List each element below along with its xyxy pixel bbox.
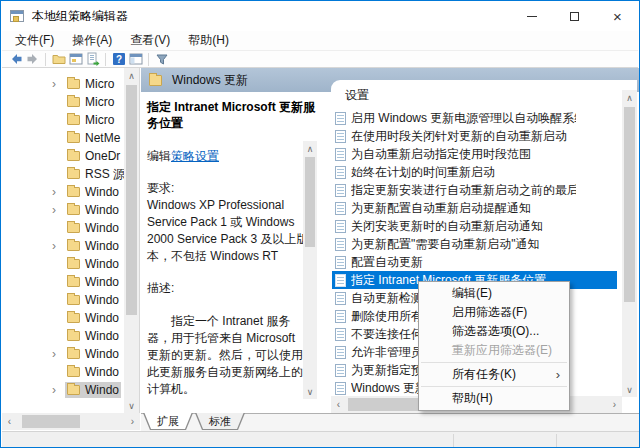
policy-list-item[interactable]: 为自动重新启动指定使用时段范围 (332, 145, 618, 163)
scroll-left-icon[interactable]: ‹ (2, 413, 17, 430)
edit-policy-setting-link[interactable]: 策略设置 (171, 149, 219, 163)
chevron-right-icon[interactable]: › (52, 79, 65, 89)
tree-item[interactable]: Windo (2, 219, 124, 237)
policy-list-item[interactable]: 为更新配置"需要自动重新启动"通知 (332, 235, 618, 253)
console-tree-panel: ›MicroMicroMicroNetMeOneDrRSS 源›Windo›Wi… (2, 68, 140, 413)
context-menu-item[interactable]: 帮助(H) (419, 389, 569, 408)
menu-item-3[interactable]: 帮助(H) (179, 30, 238, 51)
tree-item[interactable]: Windo (2, 309, 124, 327)
description-vertical-scrollbar[interactable]: ∧ ∨ (303, 141, 317, 399)
scroll-up-icon[interactable]: ∧ (303, 141, 317, 156)
status-separator (453, 434, 454, 447)
back-icon[interactable] (7, 52, 24, 67)
help-icon[interactable]: ? (110, 52, 127, 67)
chevron-right-icon[interactable]: › (52, 205, 65, 215)
chevron-right-icon[interactable]: › (52, 241, 65, 251)
tree-item[interactable]: Windo (2, 363, 124, 381)
folder-icon (67, 97, 80, 107)
tree-item-content: Windo (65, 382, 121, 398)
tree-item[interactable]: ›Windo (2, 381, 124, 399)
maximize-button[interactable] (553, 1, 596, 31)
context-menu-item[interactable]: 筛选器选项(O)... (419, 322, 569, 341)
menu-item-2[interactable]: 查看(V) (121, 30, 179, 51)
tree-item[interactable]: Windo (2, 273, 124, 291)
scroll-up-icon[interactable]: ∧ (124, 68, 139, 83)
show-hide-console-tree-icon[interactable] (127, 52, 144, 67)
scroll-down-icon[interactable]: ∨ (622, 382, 637, 397)
tree-item[interactable]: ›Windo (2, 237, 124, 255)
scrollbar-thumb[interactable] (126, 85, 137, 315)
scroll-down-icon[interactable]: ∨ (303, 384, 317, 399)
view-tab-strip: 扩展标准 (141, 413, 640, 431)
tree-item[interactable]: Micro (2, 93, 124, 111)
scrollbar-thumb[interactable] (22, 415, 80, 428)
policy-item-label: 在使用时段关闭针对更新的自动重新启动 (351, 128, 567, 145)
folder-icon (67, 205, 80, 215)
tree-horizontal-scrollbar[interactable]: ‹ › (2, 413, 140, 430)
minimize-button[interactable] (510, 1, 553, 31)
tree-item-label: Windo (85, 275, 119, 289)
scroll-up-icon[interactable]: ∧ (622, 90, 637, 105)
context-menu-item[interactable]: 启用筛选器(F) (419, 303, 569, 322)
forward-icon[interactable] (24, 52, 41, 67)
folder-icon (67, 151, 80, 161)
tree-item[interactable]: Micro (2, 111, 124, 129)
settings-vertical-scrollbar[interactable]: ∧ ∨ (622, 90, 637, 397)
tree-item-content: Windo (65, 220, 121, 236)
policy-list-item[interactable]: 指定更新安装进行自动重新启动之前的最后期限 (332, 181, 618, 199)
tree-item-label: Windo (85, 221, 119, 235)
folder-up-icon[interactable] (50, 52, 67, 67)
chevron-right-icon[interactable]: › (52, 349, 65, 359)
settings-column-header[interactable]: 设置 (345, 87, 369, 104)
policy-item-label: 配置自动更新 (351, 254, 423, 271)
tree-item[interactable]: ›Micro (2, 75, 124, 93)
policy-list-item[interactable]: 始终在计划的时间重新启动 (332, 163, 618, 181)
policy-icon (335, 292, 346, 305)
tree-item-label: Windo (85, 347, 119, 361)
tab-扩展[interactable]: 扩展 (143, 413, 193, 430)
menu-bar: 文件(F)操作(A)查看(V)帮助(H) (2, 31, 638, 51)
tree-item-content: Windo (65, 238, 121, 254)
policy-item-label: 关闭安装更新时的自动重新启动通知 (351, 218, 543, 235)
tree-item[interactable]: Windo (2, 291, 124, 309)
tree-item[interactable]: RSS 源 (2, 165, 124, 183)
context-menu-item[interactable]: 所有任务(K)› (419, 365, 569, 384)
tree-item[interactable]: NetMe (2, 129, 124, 147)
menu-item-1[interactable]: 操作(A) (63, 30, 121, 51)
chevron-right-icon[interactable]: › (52, 187, 65, 197)
policy-list-item[interactable]: 为更新配置自动重新启动提醒通知 (332, 199, 618, 217)
scrollbar-thumb[interactable] (305, 157, 315, 247)
filter-icon[interactable] (153, 52, 170, 67)
tree-item-content: Windo (65, 364, 121, 380)
folder-icon (67, 295, 80, 305)
tree-item[interactable]: Windo (2, 255, 124, 273)
policy-list-item[interactable]: 配置自动更新 (332, 253, 618, 271)
export-list-icon[interactable] (84, 52, 101, 67)
tree-vertical-scrollbar[interactable]: ∧ ∨ (124, 68, 139, 413)
tree-item[interactable]: ›Windo (2, 183, 124, 201)
policy-list-item[interactable]: 关闭安装更新时的自动重新启动通知 (332, 217, 618, 235)
toolbar-separator (148, 53, 149, 66)
scroll-down-icon[interactable]: ∨ (124, 398, 139, 413)
context-menu-item[interactable]: 编辑(E) (419, 284, 569, 303)
tree-item[interactable]: ›Windo (2, 345, 124, 363)
title-bar[interactable]: 本地组策略编辑器 × (1, 1, 639, 31)
chevron-right-icon[interactable]: › (52, 385, 65, 395)
tree-item-content: OneDr (65, 148, 122, 164)
tree-item[interactable]: Windo (2, 327, 124, 345)
menu-item-0[interactable]: 文件(F) (6, 30, 63, 51)
tree-item[interactable]: ›Windo (2, 201, 124, 219)
policy-list-item[interactable]: 在使用时段关闭针对更新的自动重新启动 (332, 127, 618, 145)
scroll-right-icon[interactable]: › (125, 413, 140, 430)
folder-icon (67, 169, 80, 179)
tree-item[interactable]: OneDr (2, 147, 124, 165)
folder-icon (67, 223, 80, 233)
console-window-icon[interactable] (67, 52, 84, 67)
requirements-text: Windows XP Professional Service Pack 1 或… (147, 197, 309, 265)
scroll-left-icon[interactable]: ‹ (331, 396, 346, 413)
close-button[interactable]: × (596, 1, 639, 31)
policy-list-item[interactable]: 启用 Windows 更新电源管理以自动唤醒系统来安装计划的... (332, 109, 618, 127)
scroll-right-icon[interactable]: › (607, 396, 622, 413)
scrollbar-thumb[interactable] (624, 107, 635, 302)
tab-标准[interactable]: 标准 (195, 413, 245, 430)
